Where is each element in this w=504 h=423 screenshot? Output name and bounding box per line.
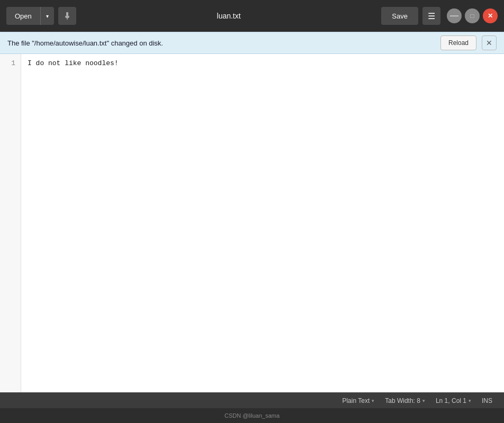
tab-width-label: Tab Width: 8 xyxy=(385,397,420,404)
position-label: Ln 1, Col 1 xyxy=(436,397,466,404)
reload-button[interactable]: Reload xyxy=(440,35,476,50)
dismiss-icon: ✕ xyxy=(486,39,492,47)
line-numbers: 1 xyxy=(0,54,21,392)
menu-button[interactable]: ☰ xyxy=(422,7,440,25)
language-label: Plain Text xyxy=(342,397,370,404)
close-icon: ✕ xyxy=(488,12,493,20)
open-dropdown-button[interactable]: ▾ xyxy=(40,7,54,25)
close-button[interactable]: ✕ xyxy=(483,8,498,23)
watermark-text: CSDN @liluan_sama xyxy=(224,412,280,419)
app-window: Open ▾ luan.txt Save ☰ — □ ✕ xyxy=(0,0,504,423)
dismiss-notification-button[interactable]: ✕ xyxy=(482,35,497,50)
open-button-group: Open ▾ xyxy=(6,7,54,25)
line-number: 1 xyxy=(5,58,15,69)
window-title: luan.txt xyxy=(80,12,377,20)
tab-width-selector[interactable]: Tab Width: 8 ▾ xyxy=(380,393,430,408)
notification-message: The file "/home/autowise/luan.txt" chang… xyxy=(7,39,435,47)
pin-icon xyxy=(63,12,71,20)
ins-badge: INS xyxy=(476,397,498,404)
open-button[interactable]: Open xyxy=(6,7,40,25)
editor-content[interactable]: I do not like noodles! xyxy=(21,54,504,392)
pin-button[interactable] xyxy=(58,7,76,25)
notification-bar: The file "/home/autowise/luan.txt" chang… xyxy=(0,32,504,54)
maximize-button[interactable]: □ xyxy=(465,8,480,23)
maximize-icon: □ xyxy=(470,12,474,20)
menu-icon: ☰ xyxy=(428,11,435,21)
window-controls: — □ ✕ xyxy=(447,8,498,23)
editor-area: 1 I do not like noodles! xyxy=(0,54,504,392)
dropdown-arrow-icon: ▾ xyxy=(46,13,49,19)
titlebar: Open ▾ luan.txt Save ☰ — □ ✕ xyxy=(0,0,504,32)
svg-rect-0 xyxy=(66,12,68,16)
footer: CSDN @liluan_sama xyxy=(0,408,504,423)
minimize-icon: — xyxy=(450,12,458,20)
tab-width-dropdown-icon: ▾ xyxy=(422,398,425,403)
position-dropdown-icon: ▾ xyxy=(469,398,471,403)
cursor-position[interactable]: Ln 1, Col 1 ▾ xyxy=(430,393,476,408)
language-selector[interactable]: Plain Text ▾ xyxy=(337,393,380,408)
statusbar: Plain Text ▾ Tab Width: 8 ▾ Ln 1, Col 1 … xyxy=(0,392,504,408)
save-button[interactable]: Save xyxy=(381,7,418,25)
minimize-button[interactable]: — xyxy=(447,8,462,23)
language-dropdown-icon: ▾ xyxy=(372,398,374,403)
